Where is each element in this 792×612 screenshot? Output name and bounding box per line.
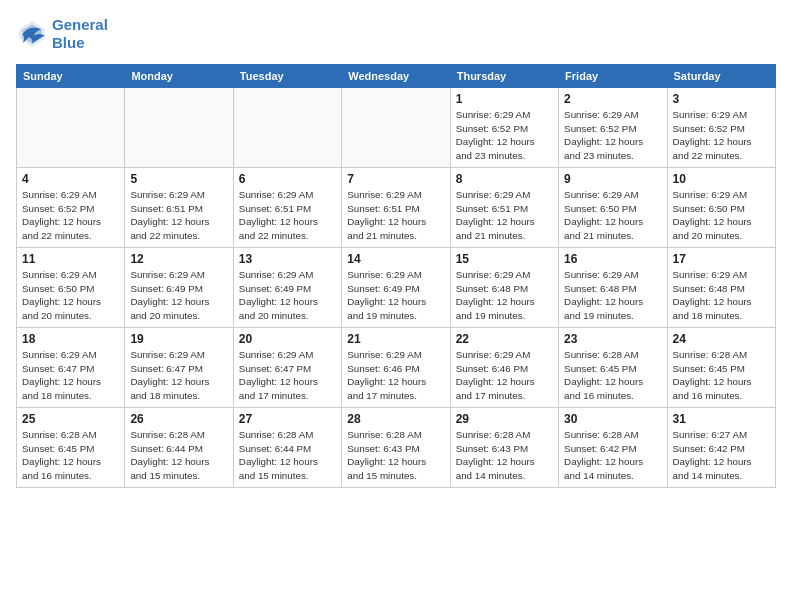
day-info: Sunrise: 6:28 AM Sunset: 6:43 PM Dayligh… xyxy=(347,428,444,483)
day-info: Sunrise: 6:29 AM Sunset: 6:50 PM Dayligh… xyxy=(22,268,119,323)
calendar-day: 17Sunrise: 6:29 AM Sunset: 6:48 PM Dayli… xyxy=(667,248,775,328)
calendar-day xyxy=(342,88,450,168)
day-info: Sunrise: 6:29 AM Sunset: 6:51 PM Dayligh… xyxy=(130,188,227,243)
day-number: 25 xyxy=(22,412,119,426)
day-info: Sunrise: 6:29 AM Sunset: 6:47 PM Dayligh… xyxy=(130,348,227,403)
page-header: General Blue xyxy=(16,16,776,52)
day-number: 28 xyxy=(347,412,444,426)
day-number: 6 xyxy=(239,172,336,186)
day-info: Sunrise: 6:29 AM Sunset: 6:49 PM Dayligh… xyxy=(130,268,227,323)
day-info: Sunrise: 6:28 AM Sunset: 6:45 PM Dayligh… xyxy=(564,348,661,403)
calendar-week-5: 25Sunrise: 6:28 AM Sunset: 6:45 PM Dayli… xyxy=(17,408,776,488)
day-number: 7 xyxy=(347,172,444,186)
calendar-day: 11Sunrise: 6:29 AM Sunset: 6:50 PM Dayli… xyxy=(17,248,125,328)
day-number: 30 xyxy=(564,412,661,426)
calendar-day: 23Sunrise: 6:28 AM Sunset: 6:45 PM Dayli… xyxy=(559,328,667,408)
day-info: Sunrise: 6:29 AM Sunset: 6:52 PM Dayligh… xyxy=(564,108,661,163)
day-info: Sunrise: 6:28 AM Sunset: 6:45 PM Dayligh… xyxy=(673,348,770,403)
logo: General Blue xyxy=(16,16,108,52)
weekday-header-monday: Monday xyxy=(125,65,233,88)
day-number: 20 xyxy=(239,332,336,346)
day-number: 24 xyxy=(673,332,770,346)
calendar-day: 8Sunrise: 6:29 AM Sunset: 6:51 PM Daylig… xyxy=(450,168,558,248)
calendar-week-2: 4Sunrise: 6:29 AM Sunset: 6:52 PM Daylig… xyxy=(17,168,776,248)
day-info: Sunrise: 6:28 AM Sunset: 6:44 PM Dayligh… xyxy=(239,428,336,483)
day-number: 17 xyxy=(673,252,770,266)
calendar-day: 29Sunrise: 6:28 AM Sunset: 6:43 PM Dayli… xyxy=(450,408,558,488)
calendar-day: 13Sunrise: 6:29 AM Sunset: 6:49 PM Dayli… xyxy=(233,248,341,328)
day-info: Sunrise: 6:29 AM Sunset: 6:46 PM Dayligh… xyxy=(347,348,444,403)
day-number: 21 xyxy=(347,332,444,346)
calendar-day: 31Sunrise: 6:27 AM Sunset: 6:42 PM Dayli… xyxy=(667,408,775,488)
calendar-day xyxy=(125,88,233,168)
calendar-day: 16Sunrise: 6:29 AM Sunset: 6:48 PM Dayli… xyxy=(559,248,667,328)
day-number: 13 xyxy=(239,252,336,266)
weekday-header-row: SundayMondayTuesdayWednesdayThursdayFrid… xyxy=(17,65,776,88)
calendar-day: 15Sunrise: 6:29 AM Sunset: 6:48 PM Dayli… xyxy=(450,248,558,328)
calendar-day: 21Sunrise: 6:29 AM Sunset: 6:46 PM Dayli… xyxy=(342,328,450,408)
day-info: Sunrise: 6:28 AM Sunset: 6:42 PM Dayligh… xyxy=(564,428,661,483)
calendar-day: 28Sunrise: 6:28 AM Sunset: 6:43 PM Dayli… xyxy=(342,408,450,488)
day-info: Sunrise: 6:29 AM Sunset: 6:51 PM Dayligh… xyxy=(347,188,444,243)
calendar-day: 12Sunrise: 6:29 AM Sunset: 6:49 PM Dayli… xyxy=(125,248,233,328)
day-info: Sunrise: 6:27 AM Sunset: 6:42 PM Dayligh… xyxy=(673,428,770,483)
weekday-header-wednesday: Wednesday xyxy=(342,65,450,88)
day-info: Sunrise: 6:29 AM Sunset: 6:52 PM Dayligh… xyxy=(22,188,119,243)
calendar-day: 14Sunrise: 6:29 AM Sunset: 6:49 PM Dayli… xyxy=(342,248,450,328)
calendar-day: 25Sunrise: 6:28 AM Sunset: 6:45 PM Dayli… xyxy=(17,408,125,488)
calendar-week-3: 11Sunrise: 6:29 AM Sunset: 6:50 PM Dayli… xyxy=(17,248,776,328)
day-number: 14 xyxy=(347,252,444,266)
calendar-day: 20Sunrise: 6:29 AM Sunset: 6:47 PM Dayli… xyxy=(233,328,341,408)
calendar-table: SundayMondayTuesdayWednesdayThursdayFrid… xyxy=(16,64,776,488)
day-number: 22 xyxy=(456,332,553,346)
day-info: Sunrise: 6:28 AM Sunset: 6:45 PM Dayligh… xyxy=(22,428,119,483)
calendar-week-4: 18Sunrise: 6:29 AM Sunset: 6:47 PM Dayli… xyxy=(17,328,776,408)
weekday-header-friday: Friday xyxy=(559,65,667,88)
day-info: Sunrise: 6:29 AM Sunset: 6:52 PM Dayligh… xyxy=(456,108,553,163)
day-number: 23 xyxy=(564,332,661,346)
day-info: Sunrise: 6:29 AM Sunset: 6:51 PM Dayligh… xyxy=(239,188,336,243)
day-number: 26 xyxy=(130,412,227,426)
calendar-day: 19Sunrise: 6:29 AM Sunset: 6:47 PM Dayli… xyxy=(125,328,233,408)
day-number: 15 xyxy=(456,252,553,266)
day-number: 12 xyxy=(130,252,227,266)
day-info: Sunrise: 6:28 AM Sunset: 6:44 PM Dayligh… xyxy=(130,428,227,483)
day-number: 9 xyxy=(564,172,661,186)
calendar-day: 18Sunrise: 6:29 AM Sunset: 6:47 PM Dayli… xyxy=(17,328,125,408)
calendar-day: 10Sunrise: 6:29 AM Sunset: 6:50 PM Dayli… xyxy=(667,168,775,248)
day-info: Sunrise: 6:29 AM Sunset: 6:46 PM Dayligh… xyxy=(456,348,553,403)
day-number: 3 xyxy=(673,92,770,106)
calendar-day: 9Sunrise: 6:29 AM Sunset: 6:50 PM Daylig… xyxy=(559,168,667,248)
day-number: 5 xyxy=(130,172,227,186)
calendar-day: 24Sunrise: 6:28 AM Sunset: 6:45 PM Dayli… xyxy=(667,328,775,408)
calendar-day xyxy=(233,88,341,168)
weekday-header-saturday: Saturday xyxy=(667,65,775,88)
weekday-header-sunday: Sunday xyxy=(17,65,125,88)
day-info: Sunrise: 6:29 AM Sunset: 6:50 PM Dayligh… xyxy=(564,188,661,243)
calendar-week-1: 1Sunrise: 6:29 AM Sunset: 6:52 PM Daylig… xyxy=(17,88,776,168)
calendar-day xyxy=(17,88,125,168)
day-info: Sunrise: 6:29 AM Sunset: 6:52 PM Dayligh… xyxy=(673,108,770,163)
weekday-header-thursday: Thursday xyxy=(450,65,558,88)
weekday-header-tuesday: Tuesday xyxy=(233,65,341,88)
calendar-day: 27Sunrise: 6:28 AM Sunset: 6:44 PM Dayli… xyxy=(233,408,341,488)
day-number: 2 xyxy=(564,92,661,106)
day-number: 31 xyxy=(673,412,770,426)
calendar-day: 30Sunrise: 6:28 AM Sunset: 6:42 PM Dayli… xyxy=(559,408,667,488)
day-info: Sunrise: 6:29 AM Sunset: 6:48 PM Dayligh… xyxy=(564,268,661,323)
day-number: 27 xyxy=(239,412,336,426)
day-number: 4 xyxy=(22,172,119,186)
calendar-day: 1Sunrise: 6:29 AM Sunset: 6:52 PM Daylig… xyxy=(450,88,558,168)
day-info: Sunrise: 6:29 AM Sunset: 6:49 PM Dayligh… xyxy=(347,268,444,323)
day-info: Sunrise: 6:29 AM Sunset: 6:50 PM Dayligh… xyxy=(673,188,770,243)
day-info: Sunrise: 6:29 AM Sunset: 6:47 PM Dayligh… xyxy=(239,348,336,403)
day-number: 19 xyxy=(130,332,227,346)
day-number: 18 xyxy=(22,332,119,346)
day-info: Sunrise: 6:29 AM Sunset: 6:48 PM Dayligh… xyxy=(673,268,770,323)
day-info: Sunrise: 6:29 AM Sunset: 6:48 PM Dayligh… xyxy=(456,268,553,323)
day-info: Sunrise: 6:29 AM Sunset: 6:49 PM Dayligh… xyxy=(239,268,336,323)
calendar-day: 7Sunrise: 6:29 AM Sunset: 6:51 PM Daylig… xyxy=(342,168,450,248)
day-number: 8 xyxy=(456,172,553,186)
calendar-day: 4Sunrise: 6:29 AM Sunset: 6:52 PM Daylig… xyxy=(17,168,125,248)
calendar-day: 26Sunrise: 6:28 AM Sunset: 6:44 PM Dayli… xyxy=(125,408,233,488)
